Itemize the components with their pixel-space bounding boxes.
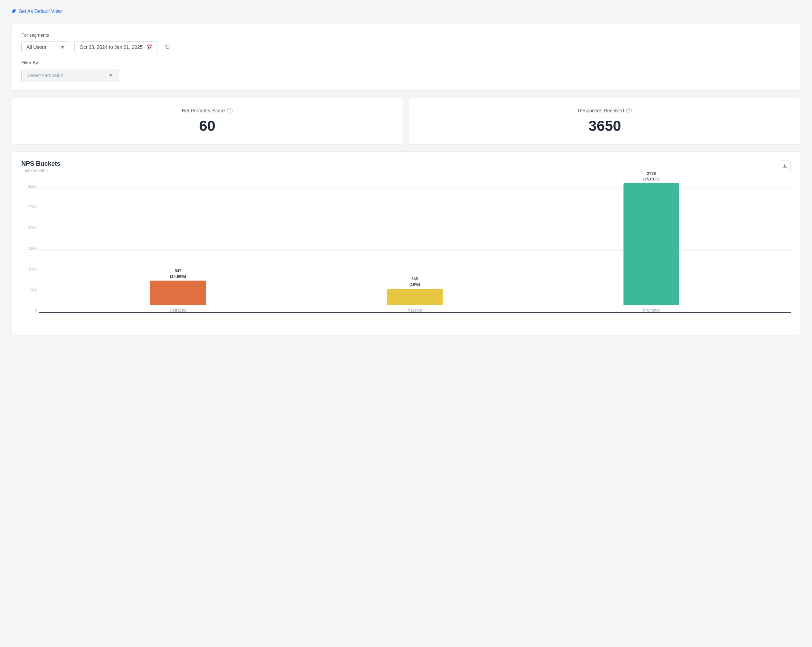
nps-buckets-card: NPS Buckets Last 3 months 3000 2500 2000… bbox=[11, 151, 801, 336]
set-default-label: Set As Default View bbox=[19, 8, 62, 14]
bar-label-detractor-value: 547(14.99%) bbox=[170, 268, 186, 279]
set-default-view-button[interactable]: Set As Default View bbox=[11, 8, 801, 14]
campaign-select[interactable]: Select campaign ▼ bbox=[21, 69, 119, 82]
bar-group-detractor: 547(14.99%) Detractor bbox=[143, 268, 213, 313]
chevron-down-icon: ▼ bbox=[60, 44, 65, 50]
y-label-500: 500 bbox=[23, 288, 37, 292]
nps-score-title: Net Promoter Score ? bbox=[20, 108, 394, 113]
y-label-0: 0 bbox=[23, 308, 37, 313]
y-label-1500: 1500 bbox=[23, 246, 37, 250]
responses-help-icon[interactable]: ? bbox=[626, 108, 632, 113]
bar-group-promoter: 2738(75.01%) Promoter bbox=[617, 171, 686, 313]
controls-section: For segments All Users ▼ Oct 23, 2024 to… bbox=[11, 24, 801, 91]
campaign-placeholder: Select campaign bbox=[27, 73, 64, 78]
bar-x-label-detractor: Detractor bbox=[169, 308, 186, 313]
nps-buckets-subtitle: Last 3 months bbox=[21, 168, 60, 173]
segments-row: All Users ▼ Oct 23, 2024 to Jan 21, 2025… bbox=[21, 41, 791, 53]
nps-score-card: Net Promoter Score ? 60 bbox=[11, 98, 403, 145]
y-label-3000: 3000 bbox=[23, 184, 37, 188]
pin-icon bbox=[11, 8, 17, 14]
metrics-row: Net Promoter Score ? 60 Responses Receiv… bbox=[11, 98, 801, 145]
download-button[interactable] bbox=[779, 160, 791, 172]
refresh-icon: ↻ bbox=[165, 43, 170, 51]
for-segments-label: For segments bbox=[21, 32, 791, 38]
bar-label-promoter-value: 2738(75.01%) bbox=[643, 171, 660, 182]
responses-card: Responses Received ? 3650 bbox=[409, 98, 801, 145]
bar-passive bbox=[387, 289, 443, 305]
y-label-2000: 2000 bbox=[23, 226, 37, 230]
bars-container: 547(14.99%) Detractor 365(10%) Passive bbox=[39, 180, 791, 313]
bar-promoter bbox=[623, 183, 679, 305]
responses-title: Responses Received ? bbox=[418, 108, 792, 113]
filter-by-label: Filter By bbox=[21, 60, 791, 65]
bar-group-passive: 365(10%) Passive bbox=[380, 276, 450, 313]
date-range-picker[interactable]: Oct 23, 2024 to Jan 21, 2025 📅 bbox=[74, 41, 157, 53]
segment-value: All Users bbox=[26, 44, 46, 50]
nps-buckets-title: NPS Buckets bbox=[21, 160, 60, 168]
responses-value: 3650 bbox=[418, 117, 792, 134]
x-axis-line bbox=[39, 312, 791, 313]
segment-select[interactable]: All Users ▼ bbox=[21, 41, 70, 53]
bar-detractor bbox=[150, 281, 206, 305]
y-label-1000: 1000 bbox=[23, 267, 37, 271]
nps-score-label: Net Promoter Score bbox=[182, 108, 225, 113]
nps-score-value: 60 bbox=[20, 117, 394, 134]
chart-inner: 3000 2500 2000 1500 1000 500 0 bbox=[39, 180, 791, 313]
download-icon bbox=[782, 163, 788, 169]
chart-area: 3000 2500 2000 1500 1000 500 0 bbox=[21, 180, 791, 327]
date-range-value: Oct 23, 2024 to Jan 21, 2025 bbox=[79, 44, 143, 50]
refresh-button[interactable]: ↻ bbox=[162, 41, 174, 53]
calendar-icon: 📅 bbox=[146, 44, 152, 50]
responses-label: Responses Received bbox=[578, 108, 624, 113]
nps-help-icon[interactable]: ? bbox=[227, 108, 232, 113]
bar-x-label-promoter: Promoter bbox=[643, 308, 660, 313]
nps-buckets-title-group: NPS Buckets Last 3 months bbox=[21, 160, 60, 173]
campaign-chevron-icon: ▼ bbox=[108, 73, 113, 78]
bar-label-passive-value: 365(10%) bbox=[409, 276, 420, 287]
y-label-2500: 2500 bbox=[23, 205, 37, 209]
bar-x-label-passive: Passive bbox=[408, 308, 422, 313]
